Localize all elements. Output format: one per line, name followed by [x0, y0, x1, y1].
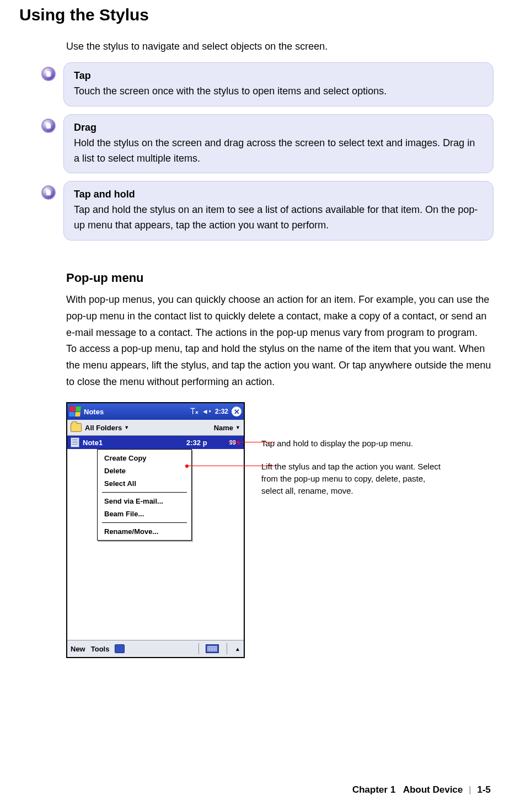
footer-page-number: 1-5: [477, 784, 491, 795]
item-name: Note1: [83, 439, 103, 447]
tools-button[interactable]: Tools: [91, 645, 110, 653]
close-icon[interactable]: ✕: [232, 407, 241, 416]
subsection-title: Pop-up menu: [66, 271, 493, 285]
footer-chapter: Chapter 1: [352, 784, 395, 795]
tip-row: Tap Touch the screen once with the stylu…: [41, 62, 493, 106]
chevron-down-icon: ▼: [124, 425, 129, 430]
menu-separator: [102, 492, 187, 493]
bulb-icon: [41, 67, 56, 81]
tip-title: Tap: [74, 70, 91, 81]
chevron-down-icon: ▼: [235, 425, 240, 430]
clock-text: 2:32: [215, 408, 228, 415]
bottom-toolbar: New Tools ▲: [67, 640, 244, 657]
toolbar: All Folders ▼ Name ▼: [67, 420, 244, 436]
window-title-bar: Notes ⟙ₓ ◄༚ 2:32 ✕: [67, 403, 244, 420]
recorder-icon[interactable]: [115, 644, 125, 653]
sip-up-icon[interactable]: ▲: [235, 646, 240, 652]
item-size: 99k: [229, 439, 240, 446]
footer-divider: |: [469, 784, 471, 795]
keyboard-icon[interactable]: [206, 644, 219, 653]
signal-icon: ⟙ₓ: [190, 407, 198, 416]
context-menu: Create Copy Delete Select All Send via E…: [97, 449, 192, 541]
page-footer: Chapter 1 About Device | 1-5: [352, 784, 491, 795]
start-icon[interactable]: [69, 407, 81, 416]
folders-dropdown[interactable]: All Folders: [85, 424, 122, 432]
list-area[interactable]: Note1 2:32 p 99k Create Copy Delete Sele…: [67, 436, 244, 640]
callout-text: Lift the stylus and tap the action you w…: [261, 462, 441, 495]
tip-box: Tap and hold Tap and hold the stylus on …: [63, 181, 493, 241]
new-button[interactable]: New: [71, 645, 85, 653]
menu-item-rename-move[interactable]: Rename/Move...: [98, 525, 191, 538]
bulb-icon: [41, 119, 56, 133]
callout-line: [188, 466, 275, 466]
tip-row: Tap and hold Tap and hold the stylus on …: [41, 181, 493, 241]
body-paragraph: To access a pop-up menu, tap and hold th…: [66, 341, 493, 390]
device-screenshot: Notes ⟙ₓ ◄༚ 2:32 ✕ All Folders ▼ Name: [66, 402, 245, 658]
tip-title: Drag: [74, 122, 96, 133]
tip-box: Drag Hold the stylus on the screen and d…: [63, 114, 493, 174]
callout-line: [228, 442, 275, 442]
app-title: Notes: [84, 408, 104, 416]
folder-icon: [71, 423, 82, 432]
callout-text: Tap and hold to display the pop-up menu.: [261, 439, 413, 448]
menu-item-beam-file[interactable]: Beam File...: [98, 507, 191, 520]
list-item[interactable]: Note1 2:32 p 99k: [67, 436, 244, 449]
menu-item-delete[interactable]: Delete: [98, 464, 191, 477]
menu-separator: [102, 522, 187, 523]
sort-dropdown[interactable]: Name: [214, 424, 233, 432]
menu-item-select-all[interactable]: Select All: [98, 477, 191, 490]
tip-body: Touch the screen once with the stylus to…: [74, 86, 386, 97]
tip-body: Hold the stylus on the screen and drag a…: [74, 137, 475, 164]
tip-body: Tap and hold the stylus on an item to se…: [74, 204, 477, 231]
item-time: 2:32 p: [186, 439, 207, 447]
tip-row: Drag Hold the stylus on the screen and d…: [41, 114, 493, 174]
menu-item-send-email[interactable]: Send via E-mail...: [98, 495, 191, 507]
menu-item-create-copy[interactable]: Create Copy: [98, 452, 191, 464]
bulb-icon: [41, 185, 56, 200]
footer-section: About Device: [403, 784, 463, 795]
volume-icon: ◄༚: [202, 408, 212, 415]
note-icon: [71, 437, 79, 447]
page-title: Using the Stylus: [19, 6, 493, 24]
tip-box: Tap Touch the screen once with the stylu…: [63, 62, 493, 106]
intro-text: Use the stylus to navigate and select ob…: [66, 41, 493, 52]
tip-title: Tap and hold: [74, 189, 135, 200]
body-paragraph: With pop-up menus, you can quickly choos…: [66, 292, 493, 341]
